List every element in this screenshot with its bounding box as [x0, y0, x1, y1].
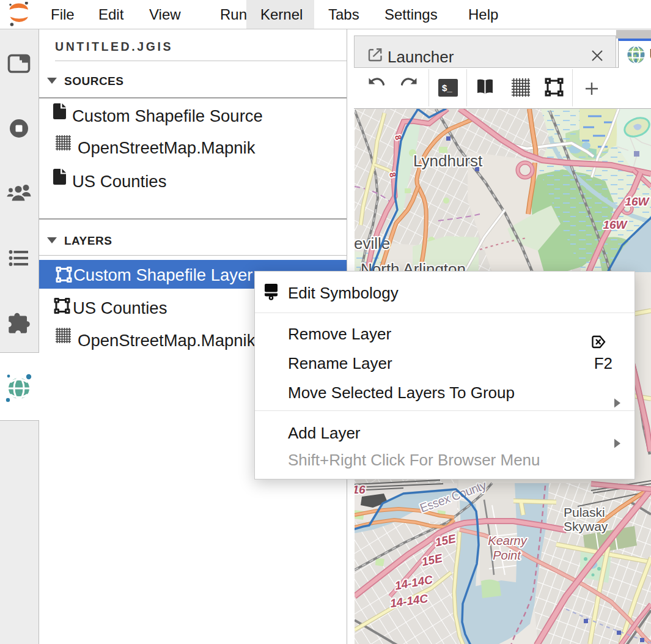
svg-text:Pulaski: Pulaski	[564, 505, 605, 519]
svg-text:Point: Point	[493, 549, 521, 562]
svg-text:$_: $_	[442, 83, 452, 93]
svg-text:Skyway: Skyway	[564, 519, 608, 533]
svg-text:16W: 16W	[625, 195, 650, 208]
svg-text:16: 16	[355, 483, 366, 496]
svg-text:Kearny: Kearny	[488, 534, 527, 547]
svg-text:16W: 16W	[603, 218, 628, 231]
svg-text:Lyndhurst: Lyndhurst	[413, 152, 483, 170]
